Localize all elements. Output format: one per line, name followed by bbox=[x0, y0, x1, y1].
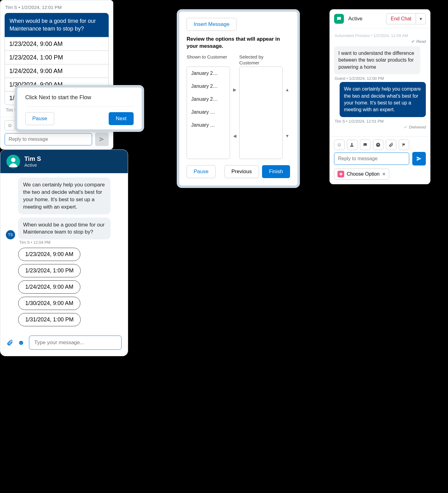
selected-listbox[interactable] bbox=[239, 67, 283, 159]
move-up-icon[interactable]: ▲ bbox=[285, 88, 289, 92]
agent-message: When would be a good time for our Mainte… bbox=[18, 218, 111, 240]
check-icon: ✔ bbox=[411, 39, 414, 44]
options-review-dialog: Insert Message Review the options that w… bbox=[177, 9, 300, 188]
agent-avatar bbox=[6, 155, 20, 168]
svg-point-3 bbox=[11, 158, 15, 162]
agent-message: We can certainly help you compare the tw… bbox=[340, 82, 426, 117]
attachment-icon[interactable] bbox=[6, 339, 13, 346]
reorder-arrows: ▲ ▼ bbox=[285, 54, 290, 159]
agent-message: We can certainly help you compare the tw… bbox=[18, 177, 111, 214]
move-left-icon[interactable]: ◀ bbox=[233, 134, 236, 138]
close-icon[interactable]: ✕ bbox=[382, 172, 386, 177]
reply-input[interactable] bbox=[5, 133, 92, 145]
chat-icon bbox=[334, 14, 344, 24]
list-item[interactable]: January … bbox=[187, 106, 230, 119]
time-slot-option[interactable]: 1/31/2024, 1:00 PM bbox=[18, 313, 81, 326]
message-meta: Tim S • 12:04 PM bbox=[19, 240, 122, 245]
emoji-icon[interactable]: ☺ bbox=[334, 140, 345, 150]
agent-status: Active bbox=[24, 162, 41, 168]
customer-message: I want to understand the difference betw… bbox=[334, 46, 420, 74]
insert-message-button[interactable]: Insert Message bbox=[187, 18, 236, 31]
finish-button[interactable]: Finish bbox=[262, 165, 290, 178]
reply-input[interactable] bbox=[334, 153, 409, 165]
time-slot[interactable]: 1/23/2024, 1:00 PM bbox=[5, 51, 109, 64]
read-status: Read bbox=[416, 39, 426, 44]
agent-name: Tim S bbox=[24, 155, 41, 162]
choice-icon: ❖ bbox=[337, 171, 344, 177]
list-item[interactable]: January … bbox=[187, 119, 230, 132]
chip-label: Choose Option bbox=[347, 171, 380, 177]
svg-point-0 bbox=[351, 143, 353, 145]
pause-button[interactable]: Pause bbox=[187, 165, 216, 178]
transfer-arrows: ▶ ◀ bbox=[232, 54, 237, 159]
selected-by-customer-label: Selected by Customer bbox=[239, 54, 283, 67]
send-button[interactable] bbox=[95, 132, 109, 146]
check-icon: ✓ bbox=[404, 125, 407, 129]
customer-chat-widget: Tim S Active We can certainly help you c… bbox=[0, 149, 128, 356]
pause-button[interactable]: Pause bbox=[25, 112, 54, 125]
start-flow-dialog: Click Next to start the Flow Pause Next bbox=[15, 85, 144, 132]
shown-listbox[interactable]: January 2… January 2… January 2… January… bbox=[187, 67, 230, 159]
chat-status: Active bbox=[348, 16, 382, 22]
agent-chat-window: Active End Chat ▼ Automated Process • 1/… bbox=[329, 9, 430, 184]
emoji-icon[interactable]: ☺ bbox=[5, 120, 15, 131]
emoji-icon[interactable]: ☻ bbox=[18, 339, 25, 347]
list-item[interactable]: January 2… bbox=[187, 93, 230, 106]
avatar-initials: TS bbox=[6, 230, 15, 239]
message-input[interactable] bbox=[29, 336, 122, 350]
send-button[interactable] bbox=[412, 152, 426, 165]
delivered-status: Delivered bbox=[409, 125, 426, 129]
choose-option-chip[interactable]: ❖ Choose Option ✕ bbox=[334, 169, 389, 180]
chat-icon[interactable] bbox=[360, 140, 370, 150]
message-meta: Tim S • 1/2/2024, 12:01 PM bbox=[0, 0, 113, 13]
attachment-icon[interactable] bbox=[386, 140, 396, 150]
end-chat-dropdown[interactable]: ▼ bbox=[416, 13, 426, 24]
agent-prompt: When would be a good time for our Mainte… bbox=[5, 13, 109, 37]
time-slot[interactable]: 1/23/2024, 9:00 AM bbox=[5, 37, 109, 51]
add-user-icon[interactable] bbox=[347, 140, 357, 150]
time-slot-option[interactable]: 1/30/2024, 9:00 AM bbox=[18, 297, 80, 310]
review-heading: Review the options that will appear in y… bbox=[187, 36, 290, 50]
message-meta: Guest • 1/2/2024, 12:00 PM bbox=[335, 76, 426, 81]
next-button[interactable]: Next bbox=[109, 112, 134, 125]
list-item[interactable]: January 2… bbox=[187, 67, 230, 80]
time-slot-option[interactable]: 1/24/2024, 9:00 AM bbox=[18, 280, 80, 294]
end-chat-button[interactable]: End Chat bbox=[386, 13, 416, 24]
list-item[interactable]: January 2… bbox=[187, 80, 230, 93]
transfer-icon[interactable] bbox=[373, 140, 383, 150]
flag-icon[interactable] bbox=[399, 140, 409, 150]
move-down-icon[interactable]: ▼ bbox=[285, 134, 289, 138]
message-meta: Tim S • 1/2/2024, 12:01 PM bbox=[335, 119, 426, 124]
previous-button[interactable]: Previous bbox=[224, 165, 259, 178]
message-meta: Automated Process • 1/2/2024, 11:59 AM bbox=[335, 33, 426, 38]
dialog-title: Click Next to start the Flow bbox=[25, 94, 134, 107]
time-slot[interactable]: 1/24/2024, 9:00 AM bbox=[5, 64, 109, 78]
time-slot-option[interactable]: 1/23/2024, 9:00 AM bbox=[18, 248, 80, 261]
time-slot-option[interactable]: 1/23/2024, 1:00 PM bbox=[18, 264, 81, 277]
shown-to-customer-label: Shown to Customer bbox=[187, 54, 230, 67]
move-right-icon[interactable]: ▶ bbox=[233, 88, 236, 92]
